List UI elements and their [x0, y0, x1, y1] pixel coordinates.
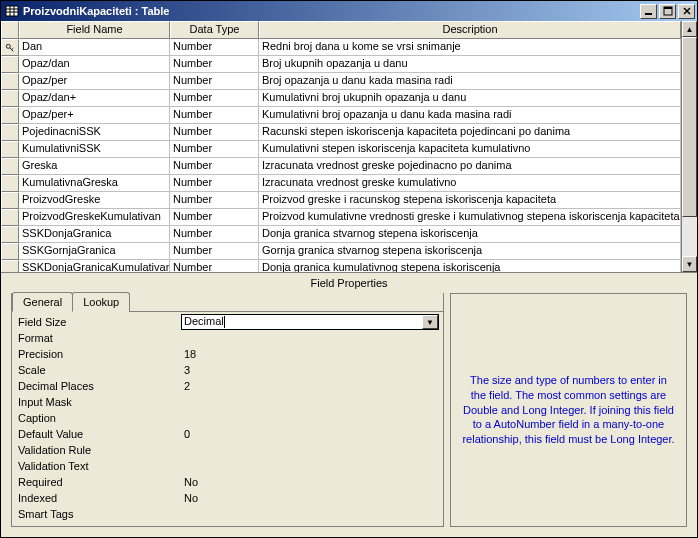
- table-row[interactable]: KumulativniSSKNumberKumulativni stepen i…: [1, 141, 681, 158]
- scroll-up-button[interactable]: ▲: [682, 21, 697, 37]
- cell-fieldname[interactable]: Opaz/dan: [19, 56, 170, 73]
- property-value[interactable]: [181, 395, 439, 410]
- row-selector[interactable]: [1, 73, 19, 90]
- row-selector[interactable]: [1, 141, 19, 158]
- row-selector[interactable]: [1, 124, 19, 141]
- property-row[interactable]: Format: [16, 330, 439, 346]
- cell-datatype[interactable]: Number: [170, 175, 259, 192]
- column-header-fieldname[interactable]: Field Name: [19, 21, 170, 39]
- property-row[interactable]: Validation Rule: [16, 442, 439, 458]
- cell-datatype[interactable]: Number: [170, 73, 259, 90]
- table-row[interactable]: PojedinacniSSKNumberRacunski stepen isko…: [1, 124, 681, 141]
- cell-fieldname[interactable]: SSKDonjaGranicaKumulativan: [19, 260, 170, 272]
- table-row[interactable]: SSKDonjaGranicaKumulativanNumberDonja gr…: [1, 260, 681, 272]
- tab-lookup[interactable]: Lookup: [72, 292, 130, 312]
- cell-datatype[interactable]: Number: [170, 56, 259, 73]
- property-value[interactable]: 2: [181, 379, 439, 394]
- row-selector[interactable]: [1, 175, 19, 192]
- cell-fieldname[interactable]: Opaz/per+: [19, 107, 170, 124]
- cell-fieldname[interactable]: SSKGornjaGranica: [19, 243, 170, 260]
- property-row[interactable]: RequiredNo: [16, 474, 439, 490]
- cell-fieldname[interactable]: Greska: [19, 158, 170, 175]
- row-selector[interactable]: [1, 107, 19, 124]
- cell-description[interactable]: Proizvod kumulativne vrednosti greske i …: [259, 209, 681, 226]
- cell-fieldname[interactable]: ProizvodGreske: [19, 192, 170, 209]
- table-row[interactable]: SSKGornjaGranicaNumberGornja granica stv…: [1, 243, 681, 260]
- cell-description[interactable]: Broj ukupnih opazanja u danu: [259, 56, 681, 73]
- row-selector-header[interactable]: [1, 21, 19, 39]
- cell-fieldname[interactable]: PojedinacniSSK: [19, 124, 170, 141]
- cell-description[interactable]: Racunski stepen iskoriscenja kapaciteta …: [259, 124, 681, 141]
- table-row[interactable]: Opaz/perNumberBroj opazanja u danu kada …: [1, 73, 681, 90]
- cell-datatype[interactable]: Number: [170, 124, 259, 141]
- cell-description[interactable]: Donja granica kumulativnog stepena iskor…: [259, 260, 681, 272]
- cell-datatype[interactable]: Number: [170, 243, 259, 260]
- vertical-scrollbar[interactable]: ▲ ▼: [681, 21, 697, 272]
- property-row[interactable]: Precision18: [16, 346, 439, 362]
- cell-datatype[interactable]: Number: [170, 260, 259, 272]
- property-value[interactable]: No: [181, 491, 439, 506]
- cell-fieldname[interactable]: Opaz/dan+: [19, 90, 170, 107]
- property-row[interactable]: Validation Text: [16, 458, 439, 474]
- table-row[interactable]: ProizvodGreskeNumberProizvod greske i ra…: [1, 192, 681, 209]
- cell-datatype[interactable]: Number: [170, 39, 259, 56]
- table-row[interactable]: Opaz/danNumberBroj ukupnih opazanja u da…: [1, 56, 681, 73]
- scroll-down-button[interactable]: ▼: [682, 256, 697, 272]
- row-selector[interactable]: [1, 192, 19, 209]
- row-selector[interactable]: [1, 243, 19, 260]
- property-value[interactable]: 0: [181, 427, 439, 442]
- property-row[interactable]: Scale3: [16, 362, 439, 378]
- property-value[interactable]: [181, 507, 439, 522]
- property-value[interactable]: No: [181, 475, 439, 490]
- property-value[interactable]: [181, 459, 439, 474]
- property-value[interactable]: 18: [181, 347, 439, 362]
- cell-datatype[interactable]: Number: [170, 90, 259, 107]
- scroll-thumb[interactable]: [682, 37, 697, 217]
- cell-description[interactable]: Gornja granica stvarnog stepena iskorisc…: [259, 243, 681, 260]
- cell-fieldname[interactable]: KumulativniSSK: [19, 141, 170, 158]
- cell-description[interactable]: Kumulativni broj ukupnih opazanja u danu: [259, 90, 681, 107]
- cell-fieldname[interactable]: Opaz/per: [19, 73, 170, 90]
- cell-description[interactable]: Kumulativni broj opazanja u danu kada ma…: [259, 107, 681, 124]
- property-row[interactable]: Default Value0: [16, 426, 439, 442]
- cell-datatype[interactable]: Number: [170, 158, 259, 175]
- table-row[interactable]: DanNumberRedni broj dana u kome se vrsi …: [1, 39, 681, 56]
- scroll-track[interactable]: [682, 37, 697, 256]
- cell-datatype[interactable]: Number: [170, 141, 259, 158]
- property-row[interactable]: Smart Tags: [16, 506, 439, 522]
- row-selector[interactable]: [1, 56, 19, 73]
- property-value[interactable]: 3: [181, 363, 439, 378]
- property-row[interactable]: IndexedNo: [16, 490, 439, 506]
- property-value[interactable]: [181, 331, 439, 346]
- maximize-button[interactable]: [659, 4, 676, 19]
- property-row[interactable]: Caption: [16, 410, 439, 426]
- row-selector[interactable]: [1, 158, 19, 175]
- cell-fieldname[interactable]: Dan: [19, 39, 170, 56]
- cell-fieldname[interactable]: SSKDonjaGranica: [19, 226, 170, 243]
- cell-fieldname[interactable]: KumulativnaGreska: [19, 175, 170, 192]
- property-row[interactable]: Field SizeDecimal▼: [16, 314, 439, 330]
- table-row[interactable]: KumulativnaGreskaNumberIzracunata vredno…: [1, 175, 681, 192]
- table-row[interactable]: ProizvodGreskeKumulativanNumberProizvod …: [1, 209, 681, 226]
- cell-datatype[interactable]: Number: [170, 226, 259, 243]
- column-header-datatype[interactable]: Data Type: [170, 21, 259, 39]
- cell-description[interactable]: Redni broj dana u kome se vrsi snimanje: [259, 39, 681, 56]
- minimize-button[interactable]: [640, 4, 657, 19]
- cell-description[interactable]: Kumulativni stepen iskoriscenja kapacite…: [259, 141, 681, 158]
- property-value-input[interactable]: Decimal▼: [181, 314, 439, 330]
- cell-datatype[interactable]: Number: [170, 192, 259, 209]
- row-selector[interactable]: [1, 226, 19, 243]
- property-value[interactable]: [181, 411, 439, 426]
- grid-body[interactable]: DanNumberRedni broj dana u kome se vrsi …: [1, 39, 681, 272]
- cell-description[interactable]: Donja granica stvarnog stepena iskorisce…: [259, 226, 681, 243]
- column-header-description[interactable]: Description: [259, 21, 681, 39]
- property-value[interactable]: [181, 443, 439, 458]
- cell-description[interactable]: Izracunata vrednost greske pojedinacno p…: [259, 158, 681, 175]
- table-row[interactable]: SSKDonjaGranicaNumberDonja granica stvar…: [1, 226, 681, 243]
- table-row[interactable]: Opaz/dan+NumberKumulativni broj ukupnih …: [1, 90, 681, 107]
- cell-datatype[interactable]: Number: [170, 209, 259, 226]
- cell-description[interactable]: Izracunata vrednost greske kumulativno: [259, 175, 681, 192]
- cell-description[interactable]: Broj opazanja u danu kada masina radi: [259, 73, 681, 90]
- row-selector[interactable]: [1, 90, 19, 107]
- tab-general[interactable]: General: [12, 292, 73, 312]
